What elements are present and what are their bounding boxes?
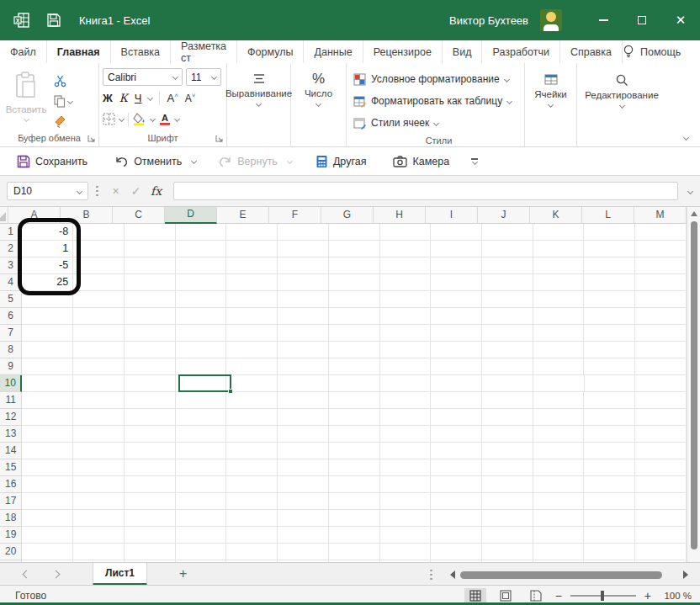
cell-F20[interactable] [278, 544, 329, 560]
cell-E15[interactable] [226, 459, 278, 476]
cell-C10[interactable] [125, 375, 176, 392]
row-header[interactable]: 17 [0, 493, 22, 510]
row-header[interactable]: 4 [0, 274, 22, 291]
cell-A2[interactable]: 1 [22, 241, 73, 257]
decrease-font-button[interactable]: A˅ [185, 92, 196, 104]
cell-E3[interactable] [226, 257, 278, 274]
cell-M15[interactable] [635, 459, 687, 476]
cell-J14[interactable] [482, 443, 533, 459]
cell-B3[interactable] [73, 257, 125, 274]
fill-color-chevron[interactable] [150, 116, 156, 122]
cell-D4[interactable] [176, 274, 227, 291]
name-box[interactable]: D10 [7, 182, 88, 200]
cell-K18[interactable] [533, 510, 585, 527]
font-size-combo[interactable]: 11 [186, 68, 221, 86]
cell-D14[interactable] [176, 443, 227, 459]
cell-I9[interactable] [431, 358, 482, 375]
cell-A18[interactable] [22, 510, 73, 527]
cell-M11[interactable] [635, 392, 687, 409]
cell-C7[interactable] [125, 325, 176, 342]
underline-button[interactable]: Ч [135, 92, 142, 104]
cell-F7[interactable] [278, 325, 329, 342]
cell-I20[interactable] [431, 544, 482, 560]
account-name[interactable]: Виктор Бухтеев [449, 14, 528, 27]
cell-A7[interactable] [22, 325, 73, 342]
ribbon-tab[interactable]: Данные [304, 40, 363, 63]
cell-A9[interactable] [22, 358, 73, 375]
expand-formula-bar-chevron[interactable] [687, 188, 693, 194]
cell-B11[interactable] [73, 392, 125, 409]
cell-I16[interactable] [431, 476, 482, 493]
cell-M18[interactable] [635, 510, 687, 527]
select-all-corner[interactable] [0, 207, 8, 224]
cell-G16[interactable] [329, 476, 380, 493]
column-header[interactable]: I [426, 207, 478, 224]
cell-K5[interactable] [533, 291, 585, 308]
cell-G8[interactable] [329, 342, 380, 358]
row-header[interactable]: 11 [0, 392, 22, 409]
cell-B18[interactable] [73, 510, 125, 527]
cell-B8[interactable] [73, 342, 125, 358]
cell-styles-button[interactable]: Стили ячеек [353, 112, 524, 134]
cell-A1[interactable]: -8 [22, 224, 73, 241]
cell-D7[interactable] [176, 325, 227, 342]
cell-A17[interactable] [22, 493, 73, 510]
cell-H2[interactable] [380, 241, 432, 257]
row-header[interactable]: 19 [0, 527, 22, 544]
column-header[interactable]: H [374, 207, 426, 224]
cell-I15[interactable] [431, 459, 482, 476]
column-header[interactable]: J [478, 207, 530, 224]
cell-B6[interactable] [73, 308, 125, 325]
paste-button[interactable]: Вставить [0, 66, 52, 130]
cell-H18[interactable] [380, 510, 432, 527]
cell-K9[interactable] [533, 358, 585, 375]
cell-L16[interactable] [584, 476, 635, 493]
cell-H19[interactable] [380, 527, 432, 544]
fill-color-button[interactable] [133, 113, 146, 125]
cell-I5[interactable] [431, 291, 482, 308]
group-cells[interactable]: Ячейки [525, 63, 577, 146]
row-header[interactable]: 20 [0, 544, 22, 560]
cell-F15[interactable] [278, 459, 329, 476]
cell-H4[interactable] [380, 274, 432, 291]
font-name-combo[interactable]: Calibri [103, 68, 183, 86]
cell-A12[interactable] [22, 409, 73, 426]
cell-A6[interactable] [22, 308, 73, 325]
cell-B10[interactable] [73, 375, 125, 392]
cell-E12[interactable] [226, 409, 278, 426]
cell-K19[interactable] [533, 527, 585, 544]
cell-G15[interactable] [329, 459, 380, 476]
column-header[interactable]: D [165, 207, 217, 224]
cell-H15[interactable] [380, 459, 432, 476]
ribbon-tab[interactable]: Вид [443, 40, 483, 63]
conditional-formatting-button[interactable]: Условное форматирование [353, 68, 524, 90]
font-color-chevron[interactable] [174, 116, 180, 122]
cell-J9[interactable] [482, 358, 533, 375]
cell-F12[interactable] [278, 409, 329, 426]
cell-G14[interactable] [329, 443, 380, 459]
cell-L4[interactable] [584, 274, 635, 291]
cell-M2[interactable] [635, 241, 687, 257]
cell-A3[interactable]: -5 [22, 257, 73, 274]
ribbon-tab[interactable]: Справка [560, 40, 623, 63]
cell-I19[interactable] [431, 527, 482, 544]
cell-J16[interactable] [482, 476, 533, 493]
avatar[interactable] [540, 9, 562, 31]
cell-C6[interactable] [125, 308, 176, 325]
cell-H5[interactable] [380, 291, 432, 308]
cell-B5[interactable] [73, 291, 125, 308]
cell-B7[interactable] [73, 325, 125, 342]
cell-C2[interactable] [125, 241, 176, 257]
qat-save-button[interactable]: Сохранить [12, 151, 93, 172]
cell-I3[interactable] [431, 257, 482, 274]
cell-A19[interactable] [22, 527, 73, 544]
cell-I18[interactable] [431, 510, 482, 527]
fill-handle[interactable] [228, 389, 233, 394]
cell-J2[interactable] [482, 241, 533, 257]
cell-C13[interactable] [125, 426, 176, 443]
undo-button[interactable]: Отменить [109, 151, 187, 171]
cell-E6[interactable] [226, 308, 278, 325]
zoom-slider[interactable] [570, 595, 636, 597]
cell-C18[interactable] [125, 510, 176, 527]
cell-A20[interactable] [22, 544, 73, 560]
